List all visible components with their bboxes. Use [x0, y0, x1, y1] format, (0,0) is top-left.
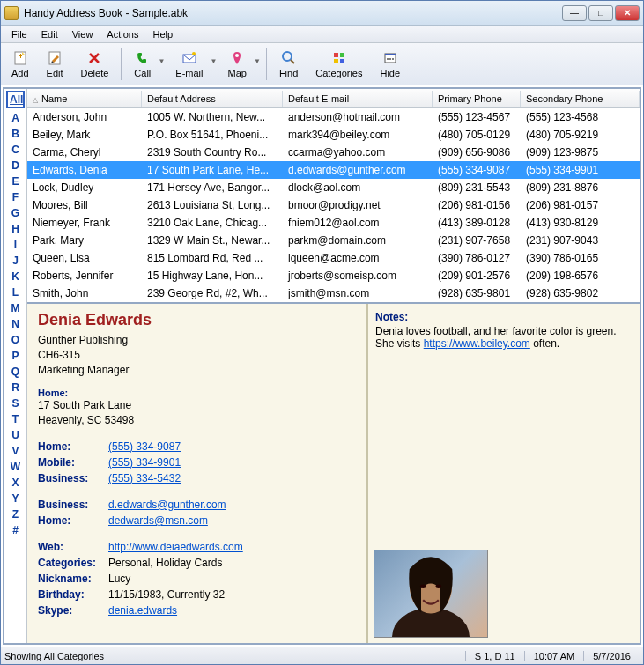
minimize-button[interactable]: — [562, 5, 587, 21]
close-button[interactable]: ✕ [615, 5, 640, 21]
table-row[interactable]: Niemeyer, Frank3210 Oak Lane, Chicag...f… [27, 214, 640, 232]
alpha-t[interactable]: T [4, 411, 26, 427]
status-time: 10:07 AM [524, 651, 583, 661]
alpha-#[interactable]: # [4, 522, 26, 538]
column-secondary-phone[interactable]: Secondary Phone [521, 91, 640, 107]
cell-p2: (555) 334-9901 [521, 162, 640, 178]
table-row[interactable]: Roberts, Jennifer15 Highway Lane, Hon...… [27, 267, 640, 284]
menu-help[interactable]: Help [145, 27, 180, 41]
cell-name: Niemeyer, Frank [27, 215, 142, 231]
menu-view[interactable]: View [65, 27, 100, 41]
cell-p2: (231) 907-9043 [521, 233, 640, 248]
svg-point-16 [392, 58, 394, 60]
table-row[interactable]: Smith, John239 George Rd, #2, Wh...jsmit… [27, 284, 640, 302]
toolbar-edit-button[interactable]: Edit [38, 48, 72, 80]
cell-p2: (928) 635-9802 [521, 285, 640, 301]
alpha-i[interactable]: I [4, 237, 26, 253]
cell-addr: 1329 W Main St., Newar... [142, 233, 283, 248]
chevron-down-icon[interactable]: ▼ [211, 57, 218, 65]
detail-label: Home: [38, 513, 108, 528]
alpha-w[interactable]: W [4, 459, 26, 475]
alpha-l[interactable]: L [4, 284, 26, 300]
alpha-e[interactable]: E [4, 174, 26, 189]
detail-value[interactable]: d.edwards@gunther.com [108, 497, 226, 513]
detail-row: Categories:Personal, Holiday Cards [38, 555, 356, 571]
toolbar-find-button[interactable]: Find [270, 48, 307, 80]
alpha-a[interactable]: A [4, 110, 26, 126]
cell-name: Park, Mary [27, 233, 142, 248]
detail-value[interactable]: dedwards@msn.com [108, 513, 208, 528]
toolbar-label: Categories [315, 68, 362, 78]
alpha-r[interactable]: R [4, 380, 26, 395]
detail-value[interactable]: http://www.deiaedwards.com [108, 539, 243, 555]
cell-p1: (231) 907-7658 [433, 233, 521, 248]
alpha-v[interactable]: V [4, 443, 26, 459]
table-row[interactable]: Park, Mary1329 W Main St., Newar...parkm… [27, 232, 640, 249]
cell-name: Moores, Bill [27, 197, 142, 213]
alpha-g[interactable]: G [4, 205, 26, 221]
alpha-all[interactable]: All [6, 91, 25, 108]
table-row[interactable]: Anderson, John1005 W. Northern, New...an… [27, 108, 640, 126]
menu-file[interactable]: File [4, 27, 34, 41]
chevron-down-icon[interactable]: ▼ [254, 57, 261, 65]
column-address[interactable]: Default Address [142, 91, 283, 107]
detail-value[interactable]: (555) 334-5432 [108, 470, 181, 486]
column-name[interactable]: Name [27, 91, 142, 107]
alpha-j[interactable]: J [4, 253, 26, 269]
table-header[interactable]: Name Default Address Default E-mail Prim… [27, 89, 640, 108]
status-date: 5/7/2016 [583, 651, 640, 661]
table-row[interactable]: Lock, Dudley171 Hersey Ave, Bangor...dlo… [27, 179, 640, 196]
notes-link[interactable]: https://www.beiley.com [424, 337, 530, 350]
alpha-b[interactable]: B [4, 126, 26, 142]
table-row[interactable]: Edwards, Denia17 South Park Lane, He...d… [27, 161, 640, 179]
toolbar-call-button[interactable]: Call▼ [125, 48, 167, 80]
alpha-k[interactable]: K [4, 269, 26, 284]
menu-edit[interactable]: Edit [34, 27, 65, 41]
detail-value[interactable]: (555) 334-9901 [108, 454, 181, 470]
alpha-h[interactable]: H [4, 221, 26, 237]
toolbar-email-button[interactable]: E-mail▼ [167, 48, 218, 80]
maximize-button[interactable]: □ [588, 5, 613, 21]
menu-actions[interactable]: Actions [100, 27, 145, 41]
chevron-down-icon[interactable]: ▼ [158, 57, 165, 65]
notes-line1: Denia loves football, and her favorite c… [375, 325, 617, 337]
detail-row: Skype:denia.edwards [38, 602, 356, 618]
contact-name: Denia Edwards [38, 311, 356, 329]
alpha-c[interactable]: C [4, 142, 26, 158]
alpha-n[interactable]: N [4, 316, 26, 332]
toolbar-add-button[interactable]: Add [3, 48, 38, 80]
alpha-p[interactable]: P [4, 348, 26, 364]
toolbar-delete-button[interactable]: Delete [72, 48, 118, 80]
contact-table: Name Default Address Default E-mail Prim… [27, 89, 640, 304]
column-email[interactable]: Default E-mail [283, 91, 433, 107]
cell-p1: (555) 334-9087 [433, 162, 521, 178]
table-row[interactable]: Carma, Cheryl2319 South Country Ro...cca… [27, 144, 640, 161]
detail-value[interactable]: (555) 334-9087 [108, 439, 181, 454]
alpha-m[interactable]: M [4, 300, 26, 316]
detail-label: Categories: [38, 555, 108, 571]
alpha-z[interactable]: Z [4, 506, 26, 522]
alpha-s[interactable]: S [4, 395, 26, 411]
titlebar: Handy Address Book - Sample.abk — □ ✕ [1, 1, 643, 26]
alpha-q[interactable]: Q [4, 364, 26, 380]
toolbar-categories-button[interactable]: Categories [307, 48, 371, 80]
table-row[interactable]: Queen, Lisa815 Lombard Rd, Red ...lqueen… [27, 249, 640, 267]
alpha-u[interactable]: U [4, 427, 26, 443]
cell-addr: 239 George Rd, #2, Wh... [142, 285, 283, 301]
alpha-f[interactable]: F [4, 189, 26, 205]
toolbar-label: E-mail [175, 68, 203, 78]
cell-name: Lock, Dudley [27, 180, 142, 196]
alpha-o[interactable]: O [4, 332, 26, 348]
table-row[interactable]: Beiley, MarkP.O. Box 51641, Phoeni...mar… [27, 126, 640, 144]
toolbar-map-button[interactable]: Map▼ [218, 48, 262, 80]
alpha-x[interactable]: X [4, 475, 26, 491]
toolbar-hide-button[interactable]: Hide [371, 48, 409, 80]
detail-value[interactable]: denia.edwards [108, 602, 177, 618]
column-primary-phone[interactable]: Primary Phone [433, 91, 521, 107]
app-icon [4, 6, 19, 20]
alpha-d[interactable]: D [4, 158, 26, 174]
cell-email: anderson@hotmail.com [283, 109, 433, 125]
cell-p1: (206) 981-0156 [433, 197, 521, 213]
alpha-y[interactable]: Y [4, 491, 26, 506]
table-row[interactable]: Moores, Bill2613 Louisiana St, Long...bm… [27, 196, 640, 214]
